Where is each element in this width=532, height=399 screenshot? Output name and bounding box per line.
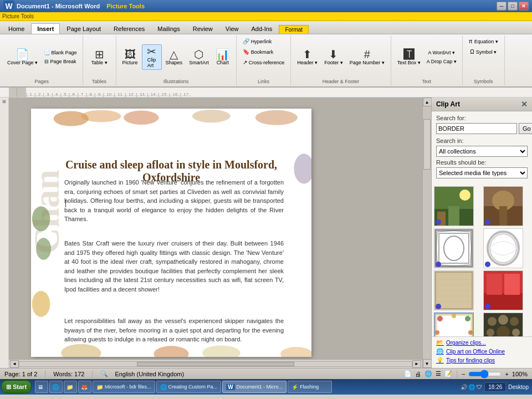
view-web-icon[interactable]: 🌐	[424, 370, 432, 377]
clip-art-go-button[interactable]: Go	[519, 123, 532, 134]
tab-mailings[interactable]: Mailings	[151, 23, 186, 34]
zoom-slider[interactable]	[468, 371, 502, 377]
view-sidebar: ⊞	[0, 98, 9, 368]
show-desktop-btn[interactable]: 🖥	[35, 381, 48, 393]
hscroll-track[interactable]	[19, 361, 412, 367]
organize-clips-link[interactable]: 📂 Organize clips...	[436, 339, 528, 346]
vscroll-thumb[interactable]	[423, 119, 431, 170]
smartart-button[interactable]: ⬡ SmartArt	[186, 47, 212, 67]
text-box-label: Text Box ▾	[397, 60, 421, 65]
tab-view[interactable]: View	[219, 23, 245, 34]
clip-thumb-8[interactable]	[483, 313, 523, 336]
wordart-button[interactable]: A WordArt ▾	[424, 49, 459, 57]
document-area[interactable]: Chan Cruise and sleep afloat in style in…	[9, 98, 422, 368]
firefox-btn[interactable]: 🦊	[78, 381, 91, 393]
vscroll-track[interactable]	[423, 106, 431, 359]
explorer-btn[interactable]: 📁	[64, 381, 77, 393]
cover-page-button[interactable]: 📄 Cover Page ▾	[4, 47, 40, 67]
symbol-button[interactable]: Ω Symbol ▾	[467, 47, 499, 57]
clip-thumb-4[interactable]	[483, 228, 523, 268]
tab-review[interactable]: Review	[187, 23, 219, 34]
app-icon: W	[3, 1, 14, 12]
clip-thumb-6[interactable]	[483, 270, 523, 310]
blank-page-button[interactable]: 📃 Blank Page	[42, 49, 79, 57]
clip-thumb-2[interactable]	[483, 186, 523, 226]
text-box-button[interactable]: 🆃 Text Box ▾	[395, 47, 423, 67]
page-number-button[interactable]: # Page Number ▾	[347, 47, 387, 67]
bookmark-button[interactable]: 🔖 Bookmark	[240, 47, 277, 57]
taskbar-app-word[interactable]: W Document1 - Micro...	[222, 381, 287, 393]
view-print-icon[interactable]: 🖨	[415, 371, 421, 377]
svg-point-70	[487, 329, 494, 336]
zoom-in-btn[interactable]: +	[505, 371, 508, 377]
search-in-select[interactable]: All collections	[436, 146, 528, 157]
tab-page-layout[interactable]: Page Layout	[60, 23, 107, 34]
hscroll-thumb[interactable]	[137, 362, 294, 366]
clip-thumb-7-selected[interactable]	[434, 313, 474, 336]
equation-button[interactable]: π Equation ▾	[466, 37, 501, 46]
hscroll-right-btn[interactable]: ►	[412, 360, 421, 368]
cover-page-label: Cover Page ▾	[7, 60, 38, 65]
text-group-label: Text	[422, 78, 432, 84]
vscroll-up-btn[interactable]: ▲	[423, 98, 432, 106]
taskbar-app-files[interactable]: 📁 Microsoft - bdr files...	[93, 381, 155, 393]
svg-point-4	[192, 110, 231, 122]
zoom-out-btn[interactable]: −	[462, 371, 465, 377]
table-button[interactable]: ⊞ Table ▾	[89, 47, 110, 67]
view-toggle[interactable]: ⊞	[2, 100, 7, 104]
clip-thumb-7-img	[434, 313, 473, 336]
taskbar-app-creating[interactable]: 🌐 Creating Custom Pa...	[156, 381, 222, 393]
picture-button[interactable]: 🖼 Picture	[120, 47, 141, 67]
page-break-button[interactable]: ⊟ Page Break	[42, 58, 79, 65]
online-link[interactable]: 🌐 Clip art on Office Online	[436, 348, 528, 355]
header-button[interactable]: ⬆ Header ▾	[294, 47, 320, 67]
svg-point-58	[437, 316, 443, 321]
view-draft-icon[interactable]: 📝	[444, 370, 452, 377]
taskbar-app-flashing[interactable]: ⚡ Flashing	[288, 381, 332, 393]
clip-art-close-button[interactable]: ✕	[521, 100, 528, 109]
view-normal-icon[interactable]: 📄	[404, 370, 412, 377]
clip-indicator-5	[436, 304, 441, 309]
search-input-row: Go	[436, 123, 528, 134]
clip-art-button[interactable]: ✂ ClipArt	[142, 44, 162, 70]
results-type-select[interactable]: Selected media file types	[436, 167, 528, 178]
vscroll-down-btn[interactable]: ▼	[423, 359, 432, 368]
cross-reference-button[interactable]: ↗ Cross-reference	[240, 58, 288, 67]
tab-home[interactable]: Home	[2, 23, 30, 34]
hyperlink-button[interactable]: 🔗 Hyperlink	[240, 37, 275, 46]
close-button[interactable]: ✕	[519, 2, 529, 11]
ribbon: 📄 Cover Page ▾ 📃 Blank Page ⊟ Page Break…	[0, 34, 532, 88]
chart-button[interactable]: 📊 Chart	[213, 47, 233, 67]
tips-link[interactable]: 💡 Tips for finding clips	[436, 357, 528, 364]
ruler-tick: |..1..|..2..|..3..|..4..|..5..|..6..|..7…	[26, 92, 191, 97]
restore-button[interactable]: □	[508, 2, 518, 11]
svg-point-69	[510, 317, 519, 326]
view-outline-icon[interactable]: ☰	[436, 370, 441, 377]
clip-indicator-4	[485, 262, 490, 267]
footer-button[interactable]: ⬇ Footer ▾	[321, 47, 346, 67]
minimize-button[interactable]: ─	[497, 2, 507, 11]
text-box-icon: 🆃	[403, 49, 415, 60]
tab-add-ins[interactable]: Add-Ins	[245, 23, 278, 34]
tab-references[interactable]: References	[108, 23, 151, 34]
clip-thumb-3[interactable]	[434, 228, 474, 268]
cross-reference-icon: ↗	[243, 59, 247, 65]
picture-tools-context-bar: Picture Tools	[0, 12, 532, 21]
clip-thumb-1[interactable]	[434, 186, 474, 226]
vertical-scrollbar[interactable]: ▲ ▼	[422, 98, 431, 368]
hscroll-left-btn[interactable]: ◄	[10, 360, 19, 368]
tab-insert[interactable]: Insert	[31, 23, 60, 34]
start-button[interactable]: ⊞ Start	[1, 380, 32, 393]
svg-point-61	[468, 330, 473, 335]
clip-art-label: ClipArt	[147, 57, 156, 68]
ie-btn[interactable]: 🌐	[49, 381, 63, 393]
tables-buttons: ⊞ Table ▾	[89, 37, 110, 78]
shapes-button[interactable]: △ Shapes	[163, 47, 186, 67]
clip-art-search-input[interactable]	[436, 123, 517, 134]
drop-cap-button[interactable]: A Drop Cap ▾	[424, 58, 459, 65]
horizontal-scrollbar[interactable]: ◄ ►	[9, 359, 422, 368]
tab-format[interactable]: Format	[279, 25, 309, 34]
ribbon-group-links: 🔗 Hyperlink 🔖 Bookmark ↗ Cross-reference…	[237, 35, 291, 85]
online-icon: 🌐	[436, 348, 444, 355]
clip-thumb-5[interactable]	[434, 270, 474, 310]
